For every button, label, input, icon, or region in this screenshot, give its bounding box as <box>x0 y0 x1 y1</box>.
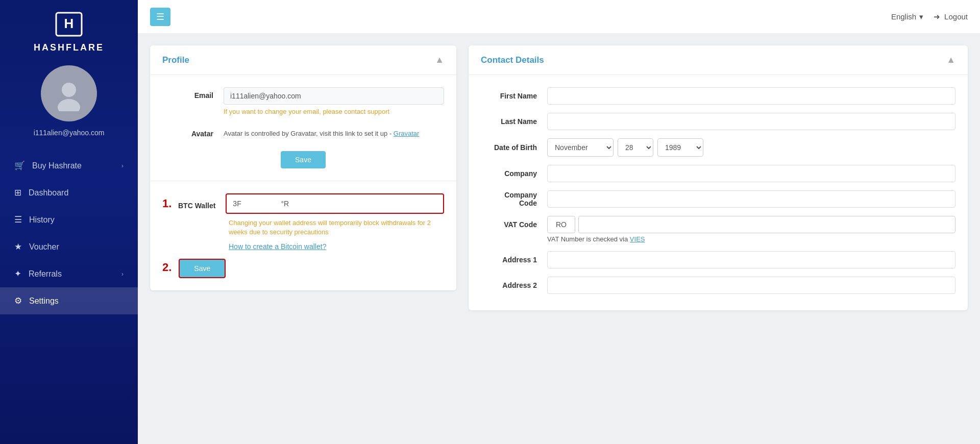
last-name-label: Last Name <box>481 117 547 126</box>
profile-save-button[interactable]: Save <box>281 151 326 168</box>
step2-number: 2. <box>162 261 172 274</box>
email-row: Email If you want to change your email, … <box>162 87 444 115</box>
avatar-row: Avatar Avatar is controlled by Gravatar,… <box>162 126 444 139</box>
btc-input-wrapper <box>226 193 444 214</box>
last-name-input[interactable] <box>547 113 955 130</box>
sidebar-item-referrals[interactable]: ✦ Referrals › <box>0 260 138 287</box>
profile-card: Profile ▲ Email If you want to change yo… <box>150 45 456 290</box>
vat-row: VAT Code RO <box>481 216 955 233</box>
user-email: i111alien@yahoo.com <box>34 129 105 137</box>
profile-save-row: Save <box>162 149 444 168</box>
email-label: Email <box>162 87 224 100</box>
sidebar-item-buy-hashrate[interactable]: 🛒 Buy Hashrate › <box>0 152 138 179</box>
main-content: ☰ English ▾ ➜ Logout Profile ▲ <box>138 0 980 444</box>
avatar <box>41 65 97 121</box>
sidebar-item-settings[interactable]: ⚙ Settings <box>0 287 138 314</box>
topbar: ☰ English ▾ ➜ Logout <box>138 0 980 33</box>
logo-text: HASHFLARE <box>34 42 104 53</box>
sidebar: H HASHFLARE i111alien@yahoo.com 🛒 Buy Ha… <box>0 0 138 444</box>
sidebar-nav: 🛒 Buy Hashrate › ⊞ Dashboard ☰ History ★… <box>0 152 138 314</box>
sidebar-item-voucher[interactable]: ★ Voucher <box>0 233 138 260</box>
settings-icon: ⚙ <box>14 295 22 306</box>
address2-row: Address 2 <box>481 277 955 294</box>
history-icon: ☰ <box>14 214 22 225</box>
language-label: English <box>891 12 916 21</box>
sidebar-item-dashboard[interactable]: ⊞ Dashboard <box>0 179 138 206</box>
logout-icon: ➜ <box>934 12 940 21</box>
svg-point-2 <box>62 83 76 97</box>
menu-button[interactable]: ☰ <box>150 8 170 26</box>
chevron-right-icon-referrals: › <box>121 270 124 278</box>
dob-selects: JanuaryFebruaryMarch AprilMayJune JulyAu… <box>547 138 955 157</box>
dob-label: Date of Birth <box>481 143 547 152</box>
last-name-row: Last Name <box>481 113 955 130</box>
referrals-icon: ✦ <box>14 268 21 279</box>
vat-input-row: RO <box>547 216 955 233</box>
vat-hint: VAT Number is checked via VIES <box>547 235 955 243</box>
sidebar-item-referrals-label: Referrals <box>29 269 62 279</box>
avatar-description: Avatar is controlled by Gravatar, visit … <box>224 126 444 139</box>
btc-wallet-input[interactable] <box>227 194 443 213</box>
chevron-down-icon: ▾ <box>919 12 923 21</box>
contact-card-header: Contact Details ▲ <box>469 45 968 75</box>
contact-collapse-icon[interactable]: ▲ <box>946 55 955 65</box>
address2-input[interactable] <box>547 277 955 294</box>
vat-prefix: RO <box>547 216 575 233</box>
sidebar-item-settings-label: Settings <box>29 297 59 306</box>
company-code-input[interactable] <box>547 190 955 208</box>
avatar-icon <box>51 76 87 111</box>
voucher-icon: ★ <box>14 241 22 252</box>
vat-input[interactable] <box>578 216 955 233</box>
contact-card-body: First Name Last Name Date of Birth Janua <box>469 75 968 310</box>
btc-warning-text: Changing your wallet address will tempor… <box>229 219 431 236</box>
svg-point-3 <box>58 99 80 111</box>
vies-link[interactable]: VIES <box>630 235 645 243</box>
company-label: Company <box>481 169 547 178</box>
sidebar-item-buy-hashrate-label: Buy Hashrate <box>32 161 82 170</box>
profile-card-header: Profile ▲ <box>150 45 456 75</box>
btc-wallet-section: 1. BTC Wallet Changing your wallet addre… <box>150 181 456 290</box>
left-column: Profile ▲ Email If you want to change yo… <box>150 45 456 432</box>
btc-wallet-row: 1. BTC Wallet <box>162 193 444 214</box>
dob-day-select[interactable]: 28 <box>618 138 653 157</box>
profile-card-body: Email If you want to change your email, … <box>150 75 456 181</box>
first-name-input[interactable] <box>547 87 955 105</box>
collapse-icon[interactable]: ▲ <box>435 55 444 65</box>
btc-save-button[interactable]: Save <box>179 259 226 278</box>
dob-month-select[interactable]: JanuaryFebruaryMarch AprilMayJune JulyAu… <box>547 138 614 157</box>
address1-input[interactable] <box>547 251 955 268</box>
menu-icon: ☰ <box>156 11 164 22</box>
sidebar-item-history-label: History <box>29 215 55 225</box>
svg-text:H: H <box>64 16 74 31</box>
step1-number: 1. <box>162 197 172 210</box>
email-field[interactable] <box>224 87 444 105</box>
first-name-row: First Name <box>481 87 955 105</box>
sidebar-item-history[interactable]: ☰ History <box>0 206 138 233</box>
sidebar-item-dashboard-label: Dashboard <box>29 188 68 198</box>
page-body: Profile ▲ Email If you want to change yo… <box>138 33 980 444</box>
btc-create-wallet-link[interactable]: How to create a Bitcoin wallet? <box>229 242 444 251</box>
email-hint: If you want to change your email, please… <box>224 108 444 115</box>
dashboard-icon: ⊞ <box>14 187 21 198</box>
sidebar-item-voucher-label: Voucher <box>29 242 59 252</box>
contact-card: Contact Details ▲ First Name Last Name <box>469 45 968 310</box>
vat-code-label: VAT Code <box>481 220 547 229</box>
first-name-label: First Name <box>481 92 547 100</box>
logo: H HASHFLARE <box>34 10 104 53</box>
logout-button[interactable]: ➜ Logout <box>934 12 968 21</box>
cart-icon: 🛒 <box>14 160 25 171</box>
step2-row: 2. Save <box>162 257 444 278</box>
address1-row: Address 1 <box>481 251 955 268</box>
company-input[interactable] <box>547 165 955 182</box>
gravatar-link[interactable]: Gravatar <box>394 130 420 137</box>
company-code-label: CompanyCode <box>481 191 547 207</box>
address2-label: Address 2 <box>481 281 547 289</box>
btc-wallet-label: BTC Wallet <box>175 198 226 210</box>
logout-label: Logout <box>944 12 968 21</box>
company-code-row: CompanyCode <box>481 190 955 208</box>
language-button[interactable]: English ▾ <box>891 12 923 21</box>
address1-label: Address 1 <box>481 256 547 264</box>
chevron-right-icon: › <box>121 162 124 169</box>
contact-title: Contact Details <box>481 55 544 65</box>
dob-year-select[interactable]: 1989 <box>657 138 703 157</box>
